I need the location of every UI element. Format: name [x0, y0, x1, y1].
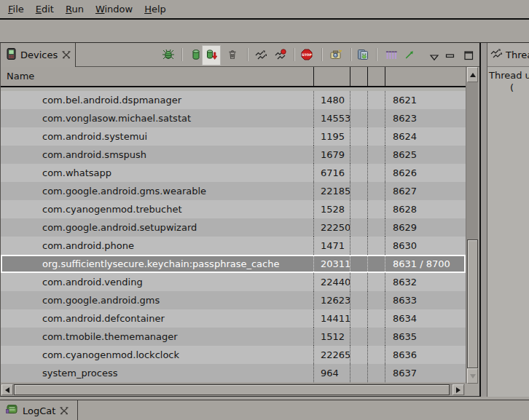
device-name: org.sufficientlysecure.keychain:passphra…: [1, 255, 313, 273]
device-row[interactable]: com.android.phone 1471 8630: [1, 237, 466, 255]
scroll-left-button[interactable]: [1, 384, 13, 395]
device-port: 8623: [385, 109, 466, 127]
screen-record-icon[interactable]: [357, 49, 369, 60]
device-row[interactable]: com.android.systemui 1195 8624: [1, 127, 466, 146]
close-icon[interactable]: [62, 48, 71, 62]
device-row[interactable]: system_process 964 8637: [1, 364, 466, 382]
device-pid: 22185: [313, 182, 350, 200]
device-name: com.google.android.setupwizard: [1, 218, 313, 237]
device-port: 8637: [385, 364, 466, 382]
device-name: system_process: [1, 364, 313, 382]
tab-devices[interactable]: Devices: [1, 43, 76, 67]
tab-logcat[interactable]: LogCat: [0, 400, 78, 420]
scroll-down-button[interactable]: [467, 368, 478, 384]
device-pid: 22440: [313, 273, 350, 291]
menubar: File Edit Run Window Help: [0, 0, 529, 20]
device-name: com.android.systemui: [1, 127, 313, 146]
device-table-rows: com.bel.android.dspmanager 1480 8621 com…: [1, 91, 466, 382]
device-pid: 20311: [313, 255, 350, 273]
menu-window[interactable]: Window: [90, 0, 138, 18]
device-row[interactable]: com.google.android.gms.wearable 22185 86…: [1, 182, 466, 200]
column-header-port[interactable]: [385, 67, 466, 86]
device-port: 8631 / 8700: [385, 255, 466, 273]
device-row[interactable]: org.sufficientlysecure.keychain:passphra…: [1, 255, 466, 273]
panel-sash[interactable]: [481, 43, 487, 397]
update-heap-icon[interactable]: [190, 49, 202, 60]
close-icon[interactable]: [60, 404, 68, 418]
device-pid: 1480: [313, 91, 350, 109]
column-header-c4[interactable]: [367, 67, 385, 86]
cause-gc-icon[interactable]: [227, 49, 238, 60]
threads-tabbar: Threads: [487, 43, 529, 67]
device-row[interactable]: com.google.android.gms 12623 8633: [1, 291, 466, 309]
logcat-icon: [6, 403, 18, 418]
screen-capture-icon[interactable]: [330, 49, 342, 60]
device-port: 8628: [385, 200, 466, 218]
device-row[interactable]: com.google.android.setupwizard 22250 862…: [1, 218, 466, 237]
device-pid: 1512: [313, 328, 350, 346]
device-name: com.cyanogenmod.trebuchet: [1, 200, 313, 218]
threads-view: Threads Thread up (: [487, 43, 529, 397]
device-row[interactable]: com.vonglasow.michael.satstat 14553 8623: [1, 109, 466, 127]
device-port: 8633: [385, 291, 466, 309]
device-port: 8634: [385, 309, 466, 328]
minimize-icon[interactable]: [445, 49, 457, 61]
stop-process-icon[interactable]: STOP: [301, 49, 313, 60]
device-pid: 1471: [313, 237, 350, 255]
view-menu-icon[interactable]: [429, 50, 441, 62]
menu-help[interactable]: Help: [138, 0, 172, 18]
tab-threads-label[interactable]: Threads: [506, 49, 529, 60]
dump-hprof-icon[interactable]: [205, 49, 217, 60]
scroll-up-button[interactable]: [467, 67, 478, 82]
device-row[interactable]: com.whatsapp 6716 8626: [1, 164, 466, 182]
phone-icon: [7, 48, 16, 63]
menu-run[interactable]: Run: [60, 0, 90, 18]
device-row[interactable]: com.android.vending 22440 8632: [1, 273, 466, 291]
allocation-tracker-icon[interactable]: [404, 49, 415, 60]
horizontal-scrollbar[interactable]: [1, 384, 465, 395]
device-pid: 22250: [313, 218, 350, 237]
debug-attach-icon[interactable]: [162, 49, 174, 60]
device-row[interactable]: com.cyanogenmod.lockclock 22265 8636: [1, 346, 466, 364]
device-port: 8636: [385, 346, 466, 364]
device-name: com.android.vending: [1, 273, 313, 291]
device-pid: 14553: [313, 109, 350, 127]
device-row[interactable]: com.bel.android.dspmanager 1480 8621: [1, 91, 466, 109]
method-profiling-icon[interactable]: [385, 49, 397, 60]
device-port: 8632: [385, 273, 466, 291]
device-port: 8625: [385, 146, 466, 164]
tab-logcat-label: LogCat: [23, 405, 55, 416]
menu-file[interactable]: File: [2, 0, 30, 18]
device-name: com.android.defcontainer: [1, 309, 313, 328]
device-table-header: Name: [1, 67, 466, 87]
column-header-name[interactable]: Name: [1, 67, 313, 86]
horizontal-scrollbar-thumb[interactable]: [14, 384, 450, 395]
device-name: com.google.android.gms.wearable: [1, 182, 313, 200]
device-port: 8635: [385, 328, 466, 346]
devices-tabbar: Devices STOP: [1, 43, 479, 67]
device-name: com.google.android.gms: [1, 291, 313, 309]
device-pid: 1195: [313, 127, 350, 146]
device-pid: 22265: [313, 346, 350, 364]
device-pid: 1679: [313, 146, 350, 164]
device-port: 8627: [385, 182, 466, 200]
device-port: 8626: [385, 164, 466, 182]
column-header-c3[interactable]: [350, 67, 367, 86]
scroll-right-button[interactable]: [452, 384, 464, 395]
logcat-view: LogCat: [0, 400, 529, 420]
device-port: 8624: [385, 127, 466, 146]
tab-devices-label: Devices: [20, 49, 58, 60]
column-header-pid[interactable]: [313, 67, 350, 86]
vertical-scrollbar-thumb[interactable]: [467, 239, 478, 368]
device-name: com.bel.android.dspmanager: [1, 91, 313, 109]
update-threads-icon[interactable]: [255, 49, 267, 60]
maximize-icon[interactable]: [464, 49, 476, 61]
device-row[interactable]: com.cyanogenmod.trebuchet 1528 8628: [1, 200, 466, 218]
device-row[interactable]: com.android.defcontainer 14411 8634: [1, 309, 466, 328]
stop-thread-updates-icon[interactable]: [275, 49, 286, 60]
vertical-scrollbar[interactable]: [466, 67, 478, 384]
device-row[interactable]: com.tmobile.thememanager 1512 8635: [1, 328, 466, 346]
device-row[interactable]: com.android.smspush 1679 8625: [1, 146, 466, 164]
device-name: com.vonglasow.michael.satstat: [1, 109, 313, 127]
menu-edit[interactable]: Edit: [30, 0, 60, 18]
